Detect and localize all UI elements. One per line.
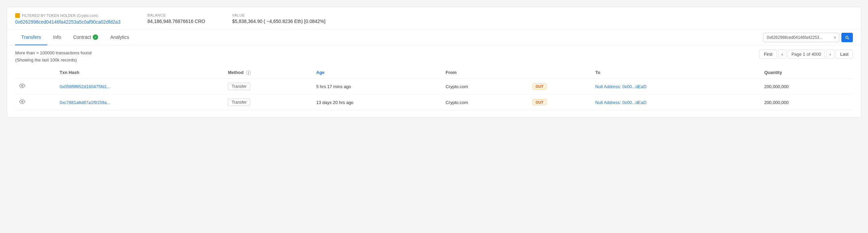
method-badge: Transfer [228,83,250,90]
method-info-icon[interactable]: i [246,70,251,75]
txn-hash: 0xc7881a8d87a1f9159a... [56,95,224,110]
col-to: To [591,67,760,79]
first-page-button[interactable]: First [759,50,777,59]
info-text: More than > 100000 transactions found (S… [15,50,92,64]
value-block: VALUE $5,838,364.90 ( ~4,650.8236 Eth) [… [232,13,325,24]
search-input[interactable] [763,33,831,42]
svg-point-0 [22,85,23,87]
balance-value: 84,186,948.76876616 CRO [147,19,205,24]
out-badge: OUT [532,99,546,105]
search-input-wrap: × [763,33,839,42]
prev-page-button[interactable]: ‹ [778,50,786,59]
to-address-link[interactable]: Null Address: 0x00...dEaD [595,84,646,89]
page-info: Page 1 of 4000 [788,50,825,59]
search-clear-button[interactable]: × [831,35,839,40]
method-cell: Transfer [224,79,312,95]
last-page-button[interactable]: Last [836,50,853,59]
balance-block: BALANCE 84,186,948.76876616 CRO [147,13,205,24]
col-from: From [441,67,528,79]
search-area: × [763,30,853,45]
tab-contract[interactable]: Contract ✓ [67,30,104,45]
verified-icon: ✓ [93,34,98,40]
col-method: Method i [224,67,312,79]
table-row: 0x058f9f852d160475fd1... Transfer 5 hrs … [15,79,853,95]
row-eye-icon[interactable] [15,95,56,110]
direction-cell: OUT [528,79,591,95]
main-card: FILTERED BY TOKEN HOLDER (Crypto.com) 0x… [7,7,861,118]
method-badge: Transfer [228,99,250,106]
col-quantity: Quantity [760,67,853,79]
tab-info[interactable]: Info [47,30,67,45]
top-section: FILTERED BY TOKEN HOLDER (Crypto.com) 0x… [7,7,861,30]
transactions-table: Txn Hash Method i Age From To Quantity [15,67,853,111]
txn-hash-link[interactable]: 0x058f9f852d160475fd1... [60,84,111,89]
table-wrap: Txn Hash Method i Age From To Quantity [7,67,861,118]
tab-transfers[interactable]: Transfers [15,30,47,45]
out-badge: OUT [532,83,546,89]
to-cell: Null Address: 0x00...dEaD [591,79,760,95]
info-line1: More than > 100000 transactions found [15,50,92,57]
age-cell: 5 hrs 17 mins ago [312,79,442,95]
quantity-cell: 200,000,000 [760,79,853,95]
row-eye-icon[interactable] [15,79,56,95]
table-row: 0xc7881a8d87a1f9159a... Transfer 13 days… [15,95,853,110]
quantity-cell: 200,000,000 [760,95,853,110]
txn-hash: 0x058f9f852d160475fd1... [56,79,224,95]
filter-title: FILTERED BY TOKEN HOLDER (Crypto.com) [22,14,98,18]
value-value: $5,838,364.90 ( ~4,650.8236 Eth) [0.0842… [232,19,325,24]
next-page-button[interactable]: › [826,50,834,59]
filter-address[interactable]: 0x6262998ced04146fa42253a5c0af90ca02dfd2… [15,19,120,25]
pagination: First ‹ Page 1 of 4000 › Last [759,50,853,59]
from-cell: Crypto.com [441,79,528,95]
to-address-link[interactable]: Null Address: 0x00...dEaD [595,100,646,105]
age-cell: 13 days 20 hrs ago [312,95,442,110]
eye-icon [19,83,25,89]
info-line2: (Showing the last 100k records) [15,57,92,64]
direction-cell: OUT [528,95,591,110]
eye-icon [19,99,25,105]
svg-point-1 [22,101,23,103]
search-icon [845,35,849,40]
col-age: Age [312,67,442,79]
tabs-row: Transfers Info Contract ✓ Analytics × [7,30,861,46]
to-cell: Null Address: 0x00...dEaD [591,95,760,110]
filter-label: FILTERED BY TOKEN HOLDER (Crypto.com) [15,13,120,18]
search-button[interactable] [841,33,853,42]
from-cell: Crypto.com [441,95,528,110]
tab-analytics[interactable]: Analytics [104,30,135,45]
col-txn-hash: Txn Hash [56,67,224,79]
balance-label: BALANCE [147,13,205,17]
method-cell: Transfer [224,95,312,110]
filter-block: FILTERED BY TOKEN HOLDER (Crypto.com) 0x… [15,13,120,25]
txn-hash-link[interactable]: 0xc7881a8d87a1f9159a... [60,100,110,105]
table-header-row: Txn Hash Method i Age From To Quantity [15,67,853,79]
value-label: VALUE [232,13,325,17]
col-direction [528,67,591,79]
filter-icon [15,13,20,18]
info-bar: More than > 100000 transactions found (S… [7,46,861,67]
col-icon [15,67,56,79]
